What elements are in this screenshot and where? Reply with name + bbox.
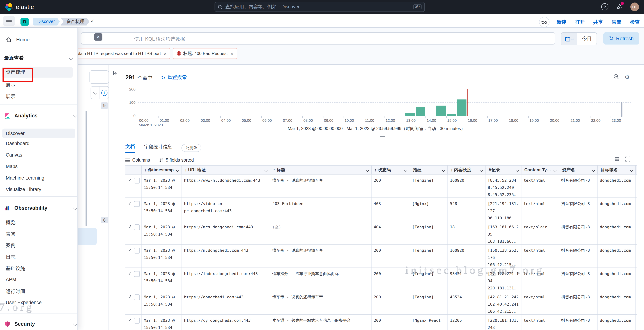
columns-button[interactable]: Columns <box>126 158 150 163</box>
row-checkbox[interactable] <box>134 178 140 184</box>
table-header-2[interactable]: ↑标题 <box>270 166 372 174</box>
nav-item-analytics-4[interactable]: Machine Learning <box>6 175 44 181</box>
field-search-box[interactable] <box>90 70 109 84</box>
selected-field-highlight[interactable] <box>77 228 97 245</box>
nav-section-security[interactable]: Security <box>0 319 82 329</box>
chevron-down-icon[interactable] <box>592 168 595 171</box>
chevron-down-icon[interactable] <box>366 168 369 171</box>
row-checkbox[interactable] <box>134 201 140 207</box>
chevron-down-icon[interactable] <box>404 168 407 171</box>
filter-pill-0[interactable]: he plain HTTP request was sent to HTTPS … <box>67 48 170 59</box>
expand-row-icon[interactable] <box>128 248 132 252</box>
row-checkbox[interactable] <box>134 224 140 230</box>
date-picker-button[interactable]: 今日 <box>561 32 597 45</box>
toolbar-action-4[interactable]: 检查 <box>630 19 640 25</box>
tab-1[interactable]: 字段统计信息 <box>144 144 172 152</box>
fields-scrollbar[interactable] <box>86 111 87 226</box>
nav-item-observability-3[interactable]: 日志 <box>6 254 16 260</box>
global-search-input[interactable]: 查找应用、内容等。例如：Discover ⌘/ <box>214 2 425 12</box>
table-header-0[interactable]: ↓@timestamp <box>142 166 182 174</box>
reset-search-link[interactable]: ↻ 重置搜索 <box>161 74 187 81</box>
sort-fields-button[interactable]: 5 fields sorted <box>160 158 194 163</box>
table-header-5[interactable]: ↓内容长度 <box>448 166 486 174</box>
remove-filter-icon[interactable]: × <box>230 51 233 56</box>
breadcrumb-item-0[interactable]: Discover <box>33 17 60 25</box>
user-avatar[interactable]: DT <box>630 2 639 11</box>
info-icon[interactable]: i <box>100 86 108 99</box>
inspect-chart-icon[interactable] <box>613 74 619 80</box>
nav-item-observability-7[interactable]: User Experience <box>6 300 42 305</box>
nav-section-observability[interactable]: Observability <box>0 203 82 213</box>
nav-item-observability-5[interactable]: APM <box>6 277 16 282</box>
toolbar-action-1[interactable]: 打开 <box>575 19 585 25</box>
expand-row-icon[interactable] <box>128 318 132 322</box>
chevron-down-icon[interactable] <box>630 168 633 171</box>
filter-pill-1[interactable]: 非标题: 400 Bad Request× <box>173 48 237 59</box>
nav-item-analytics-2[interactable]: Canvas <box>6 152 22 158</box>
tab-0[interactable]: 文档 <box>126 143 135 153</box>
nav-item-observability-1[interactable]: 告警 <box>6 231 16 237</box>
expand-row-icon[interactable] <box>128 295 132 299</box>
chevron-down-icon[interactable] <box>553 168 556 171</box>
toolbar-action-0[interactable]: 新建 <box>557 19 566 25</box>
table-header-1[interactable]: ↓URL地址 <box>182 166 270 174</box>
kql-input[interactable]: 使用 KQL 语法筛选数据 <box>81 32 555 44</box>
toolbar-action-3[interactable]: 告警 <box>612 19 621 25</box>
close-button[interactable]: ✕ <box>94 33 102 40</box>
histogram-plot[interactable]: March 1, 2023 00:0001:0002:0003:0004:000… <box>138 89 631 116</box>
remove-filter-icon[interactable]: × <box>164 51 166 56</box>
table-header-8[interactable]: 资产名 <box>559 166 598 174</box>
row-checkbox[interactable] <box>134 318 140 324</box>
fullscreen-icon[interactable] <box>625 157 630 162</box>
collapse-fields-icon[interactable] <box>112 70 118 76</box>
expand-row-icon[interactable] <box>128 178 132 182</box>
nav-section-analytics[interactable]: Analytics <box>0 111 82 120</box>
tab-2[interactable]: 公测版 <box>182 144 201 152</box>
field-view-options[interactable]: i <box>90 86 109 99</box>
nav-item-observability-0[interactable]: 概览 <box>6 219 16 226</box>
table-header-6[interactable]: A记录 <box>486 166 522 174</box>
nav-section-recent[interactable]: 最近查看 <box>0 54 77 62</box>
nav-item-analytics-0[interactable]: Discover <box>2 129 75 138</box>
table-scrollbar[interactable] <box>621 102 622 117</box>
density-icon[interactable] <box>614 157 620 162</box>
table-header-7[interactable]: Content-Ty… <box>522 166 559 174</box>
chevron-down-icon[interactable] <box>91 86 100 99</box>
expand-row-icon[interactable] <box>128 201 132 205</box>
resize-handle[interactable] <box>380 136 385 140</box>
table-header-4[interactable]: 指纹 <box>410 166 448 174</box>
nav-item-observability-4[interactable]: 基础设施 <box>6 265 25 272</box>
nav-home[interactable]: Home <box>0 34 83 44</box>
nav-item-recent-1[interactable]: 展示 <box>6 82 16 88</box>
nav-item-analytics-1[interactable]: Dashboard <box>6 141 30 146</box>
table-header-3[interactable]: ↑状态码 <box>372 166 410 174</box>
newsfeed-button[interactable] <box>615 3 623 11</box>
help-button[interactable]: ? <box>601 3 609 11</box>
table-header-9[interactable]: 目标域名 <box>598 166 636 174</box>
expand-row-icon[interactable] <box>128 271 132 276</box>
space-badge[interactable]: D <box>20 17 29 26</box>
row-checkbox[interactable] <box>134 295 140 300</box>
nav-item-observability-2[interactable]: 案例 <box>6 242 16 249</box>
dev-tools-button[interactable] <box>539 17 550 27</box>
nav-item-recent-2[interactable]: 展示 <box>6 93 16 100</box>
toolbar-action-2[interactable]: 共享 <box>593 19 603 25</box>
calendar-segment[interactable] <box>561 33 577 45</box>
chevron-down-icon[interactable] <box>515 168 518 171</box>
chevron-down-icon[interactable] <box>176 168 179 171</box>
nav-item-analytics-3[interactable]: Maps <box>6 164 18 169</box>
chevron-down-icon[interactable] <box>480 168 483 171</box>
chevron-down-icon[interactable] <box>442 168 445 171</box>
nav-item-analytics-5[interactable]: Visualize Library <box>6 187 41 192</box>
gear-icon[interactable]: ⚙ <box>625 74 630 79</box>
chevron-down-icon[interactable] <box>264 168 268 171</box>
row-checkbox[interactable] <box>134 248 140 254</box>
expand-row-icon[interactable] <box>128 224 132 229</box>
refresh-button[interactable]: ↻ Refresh <box>604 32 639 44</box>
date-quick-label[interactable]: 今日 <box>577 33 596 45</box>
row-checkbox[interactable] <box>134 271 140 277</box>
breadcrumb-item-1[interactable]: 资产梳理 <box>60 17 89 25</box>
nav-menu-button[interactable] <box>3 16 15 26</box>
nav-item-observability-6[interactable]: 运行时间 <box>6 288 25 295</box>
elastic-logo[interactable]: elastic <box>5 3 34 11</box>
